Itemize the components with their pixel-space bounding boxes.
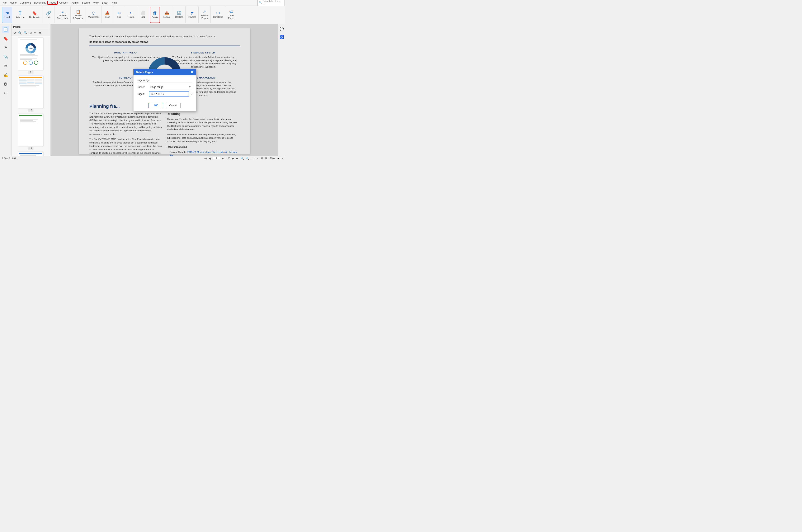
accessibility-icon[interactable]: ♿ [279, 34, 285, 40]
sidebar-bookmark-icon[interactable]: 🔖 [2, 35, 9, 42]
search-box[interactable]: 🔍 Search for tools ... [257, 0, 284, 6]
pages-pen-btn[interactable]: ✏ [33, 31, 37, 35]
pages-toolbar: ⚙ 🔍 🔍 ◎ ✏ 🗑 [12, 30, 50, 36]
subset-label: Subset: [137, 86, 147, 89]
watermark-icon: ⬡ [92, 11, 95, 15]
page-thumb-12[interactable]: 12 [13, 152, 48, 156]
nav-prev-btn[interactable]: ◀ [209, 157, 211, 160]
sidebar-pages-icon[interactable]: 📄 [2, 26, 9, 33]
tool-group-crop: ⬜ Crop [137, 6, 149, 23]
ok-button[interactable]: OK [149, 103, 163, 108]
pages-delete-btn[interactable]: 🗑 [38, 31, 42, 35]
view-single-btn[interactable]: ▭ [251, 157, 253, 160]
pages-input[interactable] [149, 92, 189, 96]
tool-group-extract: 📤 Extract [161, 6, 173, 23]
menu-pages[interactable]: Pages [47, 1, 58, 5]
menu-view[interactable]: View [92, 1, 100, 5]
split-icon: ✂ [118, 11, 121, 15]
thumb-num-10: 10 [28, 109, 33, 112]
comment-icon[interactable]: 💬 [279, 26, 285, 32]
sidebar-image-icon[interactable]: 🖼 [2, 81, 9, 88]
dialog-close-button[interactable]: ✕ [190, 70, 193, 74]
left-sidebar: 📄 🔖 ⚑ 📎 ⧉ ✍ 🖼 🏷 [0, 24, 12, 156]
tool-crop[interactable]: ⬜ Crop [138, 7, 148, 23]
toc-icon: ≡ [61, 10, 64, 14]
pages-settings-btn[interactable]: ⚙ [13, 31, 17, 35]
tool-split[interactable]: ✂ Split [114, 7, 124, 23]
content-area: The Bank's vision is to be a leading cen… [51, 24, 278, 156]
tool-group-hand: ☚ Hand [1, 6, 13, 23]
bookmarks-icon: 🔖 [32, 11, 37, 15]
zoom-in-btn[interactable]: 🔍 [246, 157, 249, 160]
tool-header-footer-label: Header& Footer ∨ [73, 14, 83, 19]
tool-templates[interactable]: 🏷 Templates [211, 7, 224, 23]
sidebar-paperclip-icon[interactable]: 📎 [2, 54, 9, 61]
tool-link[interactable]: 🔗 Link [44, 7, 54, 23]
sidebar-tag-icon[interactable]: 🏷 [2, 90, 9, 97]
tool-insert-label: Insert [104, 16, 110, 18]
tool-group-rotate: ↻ Rotate [125, 6, 137, 23]
pages-zoom-out-btn[interactable]: 🔍 [18, 31, 22, 35]
thumb-num-11: 11 [28, 147, 33, 150]
main-area: 📄 🔖 ⚑ 📎 ⧉ ✍ 🖼 🏷 Pages ⚙ 🔍 🔍 ◎ ✏ 🗑 [0, 24, 285, 156]
menu-comment[interactable]: Comment [18, 1, 32, 5]
sidebar-flag-icon[interactable]: ⚑ [3, 44, 8, 51]
tool-rotate[interactable]: ↻ Rotate [126, 7, 136, 23]
menu-home[interactable]: Home [8, 1, 18, 5]
view-grid-btn[interactable]: ⊟ [265, 157, 267, 160]
sidebar-signature-icon[interactable]: ✍ [2, 72, 9, 79]
dialog-subset-row: Subset: Page range ∨ [137, 85, 192, 89]
tool-group-split: ✂ Split [113, 6, 125, 23]
current-page-input[interactable] [213, 157, 220, 160]
cancel-button[interactable]: Cancel [166, 103, 180, 108]
page-thumb-11[interactable]: 11 [13, 114, 48, 150]
menu-batch[interactable]: Batch [100, 1, 110, 5]
tool-watermark[interactable]: ⬡ Watermark [87, 7, 100, 23]
subset-dropdown[interactable]: Page range ∨ [149, 85, 192, 89]
nav-next-btn[interactable]: ▶ [232, 157, 234, 160]
tool-resize[interactable]: ⤢ ResizePages [199, 7, 209, 23]
tool-toc[interactable]: ≡ Table ofContents ∨ [56, 7, 70, 23]
nav-first-btn[interactable]: ⏮ [204, 157, 207, 160]
menu-help[interactable]: Help [110, 1, 119, 5]
tool-bookmarks[interactable]: 🔖 Bookmarks [28, 7, 42, 23]
tool-watermark-label: Watermark [88, 16, 99, 18]
sidebar-layers-icon[interactable]: ⧉ [3, 63, 8, 70]
menu-file[interactable]: File [1, 1, 8, 5]
pages-lasso-btn[interactable]: ◎ [29, 31, 33, 35]
tool-group-label-pages: 🏷 LabelPages [225, 6, 237, 23]
pages-content: CORE [12, 36, 50, 156]
pages-panel: Pages ⚙ 🔍 🔍 ◎ ✏ 🗑 CORE [12, 24, 50, 156]
menu-forms[interactable]: Forms [70, 1, 80, 5]
right-sidebar: 💬 ♿ [278, 24, 285, 156]
zoom-out-btn[interactable]: 🔍 [241, 157, 244, 160]
view-spread-btn[interactable]: ⊞ [261, 157, 263, 160]
tool-bookmarks-label: Bookmarks [29, 16, 40, 19]
tool-reverse[interactable]: ⇄ Reverse [187, 7, 197, 23]
help-icon[interactable]: ? [191, 92, 192, 96]
menu-convert[interactable]: Convert [58, 1, 70, 5]
page-thumb-9[interactable]: CORE [13, 38, 48, 74]
tool-hand[interactable]: ☚ Hand [2, 7, 12, 23]
templates-icon: 🏷 [216, 11, 220, 15]
tool-selection[interactable]: T Selection [14, 7, 26, 23]
zoom-select[interactable]: 75% 50% 100% 125% 150% [269, 157, 280, 160]
menu-secure[interactable]: Secure [80, 1, 92, 5]
crop-icon: ⬜ [141, 11, 145, 15]
thumb-img-11 [18, 114, 43, 146]
page-thumb-10[interactable]: 10 [13, 76, 48, 112]
tool-header-footer[interactable]: 📋 Header& Footer ∨ [72, 7, 85, 23]
nav-last-btn[interactable]: ⏭ [236, 157, 239, 160]
view-double-btn[interactable]: ▭▭ [255, 157, 260, 160]
pages-zoom-in-btn[interactable]: 🔍 [23, 31, 28, 35]
total-pages: 123 [226, 157, 230, 159]
tool-label-pages[interactable]: 🏷 LabelPages [226, 7, 236, 23]
tool-insert[interactable]: 📥 Insert [102, 7, 112, 23]
tool-replace[interactable]: 🔄 Replace [174, 7, 185, 23]
tool-extract[interactable]: 📤 Extract [162, 7, 172, 23]
zoom-dropdown-icon[interactable]: ∨ [282, 157, 283, 159]
tool-group-reverse: ⇄ Reverse [186, 6, 198, 23]
link-icon: 🔗 [46, 11, 51, 15]
tool-delete[interactable]: 🗑 Delete [150, 7, 160, 23]
menu-document[interactable]: Document [32, 1, 47, 5]
